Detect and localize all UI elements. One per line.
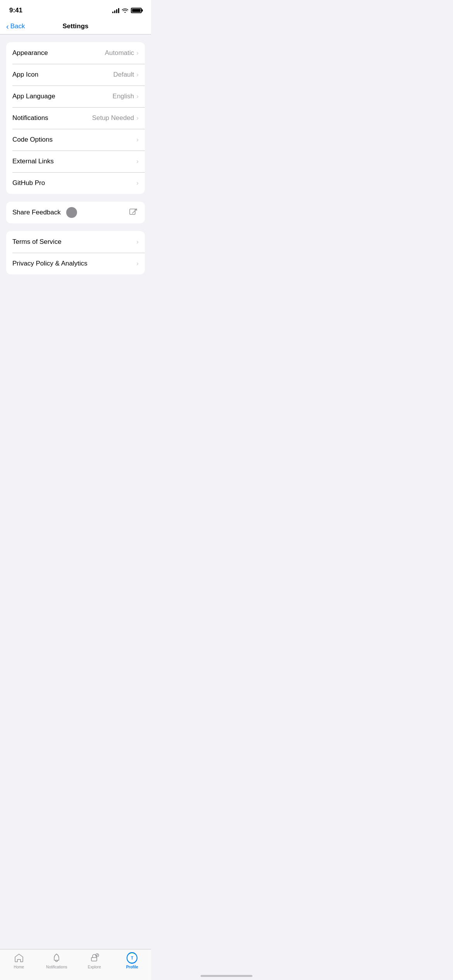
notifications-label: Notifications bbox=[12, 114, 48, 122]
share-feedback-group: Share Feedback bbox=[6, 202, 145, 223]
terms-label: Terms of Service bbox=[12, 238, 62, 246]
app-icon-row[interactable]: App Icon Default › bbox=[6, 64, 145, 86]
code-options-right: › bbox=[136, 136, 139, 144]
app-language-right: English › bbox=[113, 93, 139, 100]
terms-row[interactable]: Terms of Service › bbox=[6, 231, 145, 253]
app-icon-label: App Icon bbox=[12, 71, 38, 79]
github-pro-label: GitHub Pro bbox=[12, 179, 45, 187]
notifications-right: Setup Needed › bbox=[92, 114, 139, 122]
appearance-chevron-icon: › bbox=[136, 49, 139, 57]
notifications-value: Setup Needed bbox=[92, 114, 134, 122]
github-pro-right: › bbox=[136, 179, 139, 187]
back-button[interactable]: ‹ Back bbox=[6, 22, 25, 30]
app-language-row[interactable]: App Language English › bbox=[6, 86, 145, 107]
privacy-label: Privacy Policy & Analytics bbox=[12, 260, 88, 267]
legal-group: Terms of Service › Privacy Policy & Anal… bbox=[6, 231, 145, 274]
back-label: Back bbox=[10, 22, 25, 30]
privacy-right: › bbox=[136, 260, 139, 267]
share-feedback-row[interactable]: Share Feedback bbox=[6, 202, 145, 223]
notifications-row[interactable]: Notifications Setup Needed › bbox=[6, 107, 145, 129]
feedback-left: Share Feedback bbox=[12, 207, 77, 218]
external-links-chevron-icon: › bbox=[136, 158, 139, 165]
external-links-row[interactable]: External Links › bbox=[6, 151, 145, 172]
github-pro-row[interactable]: GitHub Pro › bbox=[6, 172, 145, 194]
nav-title: Settings bbox=[62, 22, 88, 30]
external-links-label: External Links bbox=[12, 158, 54, 165]
app-language-value: English bbox=[113, 93, 134, 100]
app-icon-right: Default › bbox=[113, 71, 139, 79]
signal-icon bbox=[112, 8, 119, 13]
appearance-right: Automatic › bbox=[105, 49, 139, 57]
code-options-chevron-icon: › bbox=[136, 136, 139, 144]
external-links-right: › bbox=[136, 158, 139, 165]
status-time: 9:41 bbox=[9, 7, 22, 14]
share-feedback-label: Share Feedback bbox=[12, 209, 61, 216]
privacy-row[interactable]: Privacy Policy & Analytics › bbox=[6, 253, 145, 274]
app-language-chevron-icon: › bbox=[136, 93, 139, 100]
appearance-row[interactable]: Appearance Automatic › bbox=[6, 42, 145, 64]
nav-bar: ‹ Back Settings bbox=[0, 19, 151, 34]
notifications-chevron-icon: › bbox=[136, 114, 139, 122]
terms-chevron-icon: › bbox=[136, 238, 139, 246]
back-chevron-icon: ‹ bbox=[6, 22, 9, 30]
main-settings-group: Appearance Automatic › App Icon Default … bbox=[6, 42, 145, 194]
feedback-dot-icon bbox=[66, 207, 77, 218]
app-language-label: App Language bbox=[12, 93, 55, 100]
battery-icon bbox=[131, 8, 142, 13]
main-content: Appearance Automatic › App Icon Default … bbox=[0, 34, 151, 309]
status-bar: 9:41 bbox=[0, 0, 151, 19]
svg-line-1 bbox=[132, 209, 137, 213]
wifi-icon bbox=[122, 7, 129, 14]
terms-right: › bbox=[136, 238, 139, 246]
code-options-label: Code Options bbox=[12, 136, 53, 144]
code-options-row[interactable]: Code Options › bbox=[6, 129, 145, 151]
appearance-label: Appearance bbox=[12, 49, 48, 57]
app-icon-chevron-icon: › bbox=[136, 71, 139, 79]
app-icon-value: Default bbox=[113, 71, 134, 79]
status-icons bbox=[112, 7, 142, 14]
privacy-chevron-icon: › bbox=[136, 260, 139, 267]
appearance-value: Automatic bbox=[105, 49, 134, 57]
share-external-icon bbox=[128, 207, 139, 218]
github-pro-chevron-icon: › bbox=[136, 179, 139, 187]
